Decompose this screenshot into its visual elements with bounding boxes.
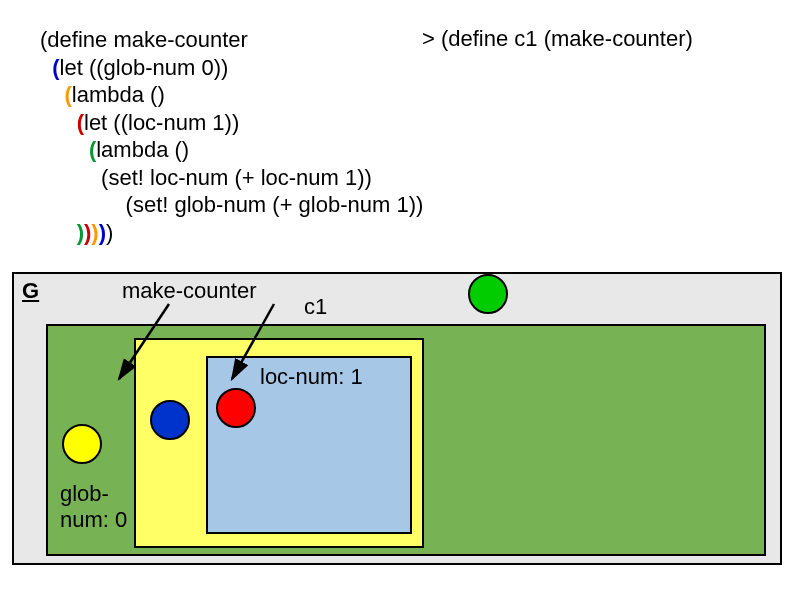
code-block: (define make-counter (let ((glob-num 0))…: [40, 26, 423, 246]
innermost-environment: loc-num: 1: [206, 356, 412, 534]
global-environment: G make-counter c1 glob- num: 0 loc-num: …: [12, 272, 782, 565]
c1-label: c1: [304, 294, 327, 320]
code-line-6: (set! loc-num (+ loc-num 1)): [40, 164, 423, 192]
yellow-environment: loc-num: 1: [134, 338, 424, 548]
code-line-3: (lambda (): [40, 81, 423, 109]
closure-yellow-circle: [62, 424, 102, 464]
code-line-2: (let ((glob-num 0)): [40, 54, 423, 82]
global-label: G: [22, 278, 39, 304]
code-line-7: (set! glob-num (+ glob-num 1)): [40, 191, 423, 219]
code-line-8: ))))): [40, 219, 423, 247]
code-line-4: (let ((loc-num 1)): [40, 109, 423, 137]
closure-red-circle: [216, 388, 256, 428]
glob-num-label: glob- num: 0: [60, 481, 140, 534]
code-line-5: (lambda (): [40, 136, 423, 164]
closure-green-circle: [468, 274, 508, 314]
make-counter-label: make-counter: [122, 278, 257, 304]
closure-blue-circle: [150, 400, 190, 440]
loc-num-label: loc-num: 1: [260, 364, 363, 390]
repl-line: > (define c1 (make-counter): [422, 26, 693, 52]
outer-environment: glob- num: 0 loc-num: 1: [46, 324, 766, 556]
code-line-1: (define make-counter: [40, 26, 423, 54]
